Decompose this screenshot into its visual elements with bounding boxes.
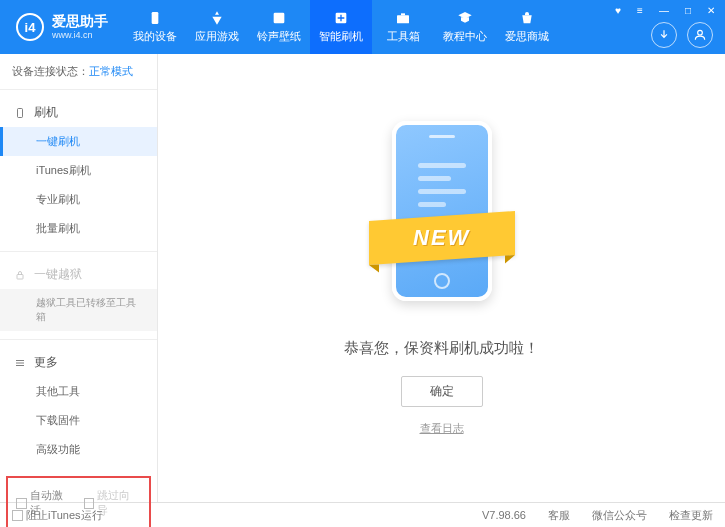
store-icon bbox=[517, 10, 537, 26]
ribbon-text: NEW bbox=[413, 225, 470, 251]
nav-store[interactable]: 爱思商城 bbox=[496, 0, 558, 54]
sidebar-item-other-tools[interactable]: 其他工具 bbox=[0, 377, 157, 406]
menu-icon[interactable]: ≡ bbox=[633, 3, 647, 18]
sidebar-item-batch-flash[interactable]: 批量刷机 bbox=[0, 214, 157, 243]
section-flash[interactable]: 刷机 bbox=[0, 98, 157, 127]
nav-apps-games[interactable]: 应用游戏 bbox=[186, 0, 248, 54]
nav-ringtones[interactable]: 铃声壁纸 bbox=[248, 0, 310, 54]
svg-rect-1 bbox=[274, 13, 285, 24]
device-status: 设备连接状态：正常模式 bbox=[0, 54, 157, 90]
wallpaper-icon bbox=[269, 10, 289, 26]
customer-service[interactable]: 客服 bbox=[548, 508, 570, 523]
success-message: 恭喜您，保资料刷机成功啦！ bbox=[344, 339, 539, 358]
lock-icon bbox=[14, 269, 26, 281]
sidebar-item-pro-flash[interactable]: 专业刷机 bbox=[0, 185, 157, 214]
sidebar-item-download-firmware[interactable]: 下载固件 bbox=[0, 406, 157, 435]
flash-icon bbox=[331, 10, 351, 26]
svg-rect-0 bbox=[152, 12, 159, 24]
svg-point-5 bbox=[698, 30, 703, 35]
svg-rect-4 bbox=[401, 13, 405, 15]
tutorial-icon bbox=[455, 10, 475, 26]
close-icon[interactable]: ✕ bbox=[703, 3, 719, 18]
wechat-link[interactable]: 微信公众号 bbox=[592, 508, 647, 523]
toolbox-icon bbox=[393, 10, 413, 26]
svg-rect-7 bbox=[17, 274, 23, 279]
download-button[interactable] bbox=[651, 22, 677, 48]
apps-icon bbox=[207, 10, 227, 26]
nav-smart-flash[interactable]: 智能刷机 bbox=[310, 0, 372, 54]
minimize-icon[interactable]: — bbox=[655, 3, 673, 18]
view-log-link[interactable]: 查看日志 bbox=[420, 421, 464, 436]
ok-button[interactable]: 确定 bbox=[401, 376, 483, 407]
svg-rect-6 bbox=[18, 108, 23, 117]
sidebar-item-itunes-flash[interactable]: iTunes刷机 bbox=[0, 156, 157, 185]
chk-block-itunes[interactable]: 阻止iTunes运行 bbox=[12, 508, 103, 523]
feedback-icon[interactable]: ♥ bbox=[611, 3, 625, 18]
user-button[interactable] bbox=[687, 22, 713, 48]
nav-toolbox[interactable]: 工具箱 bbox=[372, 0, 434, 54]
success-illustration: NEW bbox=[377, 121, 507, 321]
sidebar-item-advanced[interactable]: 高级功能 bbox=[0, 435, 157, 464]
section-more[interactable]: 更多 bbox=[0, 348, 157, 377]
device-icon bbox=[145, 10, 165, 26]
jailbreak-note: 越狱工具已转移至工具箱 bbox=[0, 289, 157, 331]
sidebar-item-oneclick-flash[interactable]: 一键刷机 bbox=[0, 127, 157, 156]
app-title: 爱思助手 bbox=[52, 14, 108, 29]
menu-lines-icon bbox=[14, 357, 26, 369]
nav-tutorials[interactable]: 教程中心 bbox=[434, 0, 496, 54]
nav-my-device[interactable]: 我的设备 bbox=[124, 0, 186, 54]
app-logo: i4 爱思助手 www.i4.cn bbox=[0, 13, 124, 41]
section-jailbreak: 一键越狱 bbox=[0, 260, 157, 289]
app-url: www.i4.cn bbox=[52, 30, 108, 40]
version-label: V7.98.66 bbox=[482, 509, 526, 521]
logo-icon: i4 bbox=[16, 13, 44, 41]
maximize-icon[interactable]: □ bbox=[681, 3, 695, 18]
check-update[interactable]: 检查更新 bbox=[669, 508, 713, 523]
svg-rect-3 bbox=[397, 15, 409, 23]
phone-icon bbox=[14, 107, 26, 119]
